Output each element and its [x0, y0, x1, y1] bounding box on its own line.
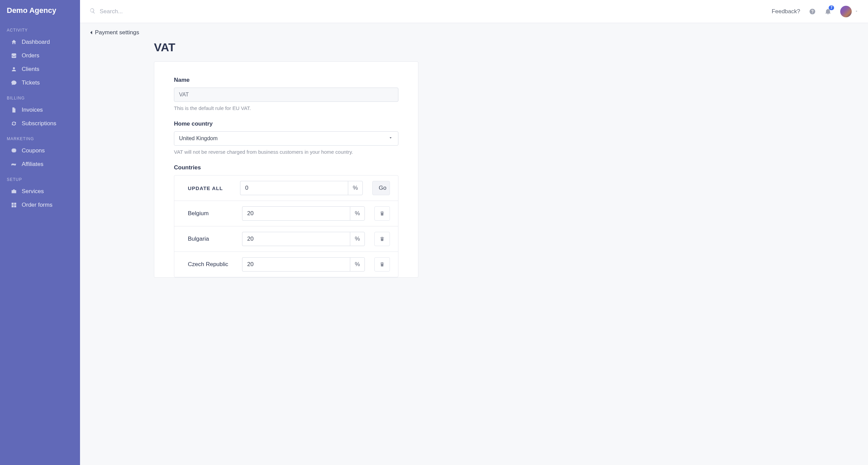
percent-unit: %	[350, 257, 365, 272]
rate-input[interactable]	[242, 206, 350, 221]
sidebar-item-services[interactable]: Services	[0, 185, 80, 198]
breadcrumb-label: Payment settings	[95, 29, 139, 36]
sidebar-item-label: Orders	[22, 52, 39, 59]
notification-badge: 7	[829, 5, 834, 10]
sidebar-item-label: Affiliates	[22, 161, 43, 168]
avatar	[840, 6, 852, 17]
rate-group: %	[242, 257, 365, 272]
sidebar-item-affiliates[interactable]: Affiliates	[0, 157, 80, 171]
update-all-input[interactable]	[240, 181, 348, 195]
sidebar: Demo Agency ACTIVITY Dashboard Orders Cl…	[0, 0, 80, 465]
percent-unit: %	[350, 206, 365, 221]
rate-input[interactable]	[242, 257, 350, 272]
sidebar-item-invoices[interactable]: Invoices	[0, 103, 80, 117]
file-icon	[11, 107, 17, 113]
home-country-select-wrap	[174, 131, 398, 146]
percent-unit: %	[348, 181, 363, 195]
user-icon	[11, 66, 17, 72]
section-activity-title: ACTIVITY	[0, 22, 80, 35]
handshake-icon	[11, 161, 17, 167]
chevron-down-icon	[854, 8, 859, 15]
trash-icon	[379, 262, 385, 267]
sidebar-item-label: Invoices	[22, 107, 43, 113]
sidebar-item-dashboard[interactable]: Dashboard	[0, 35, 80, 49]
sidebar-item-label: Clients	[22, 66, 39, 73]
sidebar-item-order-forms[interactable]: Order forms	[0, 198, 80, 212]
feedback-link[interactable]: Feedback?	[772, 8, 800, 15]
sidebar-item-label: Tickets	[22, 79, 40, 86]
briefcase-icon	[11, 188, 17, 194]
section-setup-title: SETUP	[0, 171, 80, 185]
delete-button[interactable]	[374, 206, 390, 221]
sidebar-item-label: Services	[22, 188, 44, 195]
sidebar-item-orders[interactable]: Orders	[0, 49, 80, 62]
bell-icon[interactable]: 7	[825, 8, 831, 15]
grid-icon	[11, 202, 17, 208]
comment-icon	[11, 80, 17, 86]
sidebar-item-clients[interactable]: Clients	[0, 62, 80, 76]
user-menu[interactable]	[840, 6, 859, 17]
percent-unit: %	[350, 232, 365, 246]
sidebar-item-coupons[interactable]: Coupons	[0, 144, 80, 157]
name-label: Name	[174, 77, 398, 83]
rate-group: %	[242, 232, 365, 246]
search-icon	[90, 8, 96, 15]
country-row: Belgium %	[174, 201, 398, 226]
update-all-rate-group: %	[240, 181, 363, 195]
update-all-label: UPDATE ALL	[188, 185, 231, 191]
section-billing-title: BILLING	[0, 90, 80, 103]
search-wrap	[90, 8, 772, 15]
brand[interactable]: Demo Agency	[0, 6, 80, 22]
content: Payment settings VAT Name This is the de…	[80, 23, 868, 465]
sidebar-item-tickets[interactable]: Tickets	[0, 76, 80, 90]
countries-table: UPDATE ALL % Go Belgium %	[174, 175, 398, 277]
rate-group: %	[242, 206, 365, 221]
go-button[interactable]: Go	[372, 181, 390, 195]
country-row: Czech Republic %	[174, 252, 398, 277]
country-row: Bulgaria %	[174, 226, 398, 252]
trash-icon	[379, 236, 385, 242]
topbar: Feedback? 7	[80, 0, 868, 23]
help-icon[interactable]	[809, 8, 816, 15]
page-title: VAT	[154, 41, 418, 54]
delete-button[interactable]	[374, 257, 390, 272]
country-name: Belgium	[188, 210, 233, 217]
home-country-helper: VAT will not be reverse charged from bus…	[174, 149, 398, 155]
breadcrumb-back[interactable]: Payment settings	[90, 29, 139, 36]
country-name: Bulgaria	[188, 236, 233, 242]
trash-icon	[379, 211, 385, 216]
delete-button[interactable]	[374, 232, 390, 246]
sidebar-item-subscriptions[interactable]: Subscriptions	[0, 117, 80, 130]
sidebar-item-label: Dashboard	[22, 39, 50, 45]
home-country-select[interactable]	[174, 131, 398, 146]
chevron-left-icon	[90, 30, 93, 35]
home-country-label: Home country	[174, 120, 398, 127]
sidebar-item-label: Subscriptions	[22, 120, 56, 127]
name-input[interactable]	[174, 88, 398, 102]
countries-label: Countries	[174, 164, 398, 171]
page-wrap: VAT Name This is the default rule for EU…	[154, 41, 418, 278]
search-input[interactable]	[100, 8, 772, 15]
country-name: Czech Republic	[188, 261, 233, 268]
inbox-in-icon	[11, 53, 17, 59]
topbar-right: Feedback? 7	[772, 6, 859, 17]
main: Feedback? 7 Payment settings VAT	[80, 0, 868, 465]
section-marketing-title: MARKETING	[0, 130, 80, 144]
home-icon	[11, 39, 17, 45]
rate-input[interactable]	[242, 232, 350, 246]
sidebar-item-label: Order forms	[22, 202, 53, 208]
sync-icon	[11, 120, 17, 127]
sidebar-item-label: Coupons	[22, 147, 45, 154]
update-all-row: UPDATE ALL % Go	[174, 175, 398, 201]
card: Name This is the default rule for EU VAT…	[154, 61, 418, 278]
name-helper: This is the default rule for EU VAT.	[174, 105, 398, 111]
badge-icon	[11, 148, 17, 154]
